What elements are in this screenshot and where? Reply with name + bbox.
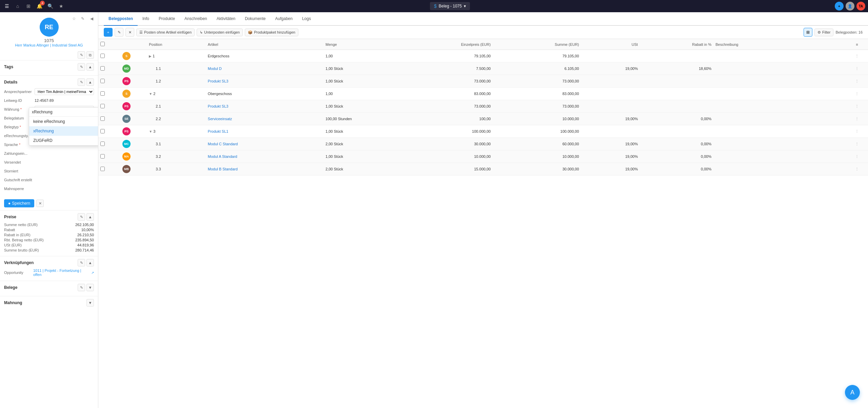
sidebar-edit-button[interactable]: ✎ (79, 15, 86, 22)
produktpaket-button[interactable]: 📦 Produktpaket hinzufügen (245, 29, 298, 36)
row-checkbox[interactable] (100, 154, 105, 159)
artikel-link[interactable]: Produkt SL3 (208, 104, 229, 108)
row-menu-icon[interactable]: ⋮ (855, 67, 859, 71)
user-avatar[interactable]: 👤 (846, 2, 854, 11)
sidebar-copy-btn[interactable]: ⧉ (86, 51, 94, 59)
details-edit-btn[interactable]: ✎ (78, 78, 85, 86)
row-menu[interactable]: ⋮ (846, 138, 868, 150)
tab-aktivitaten[interactable]: Aktivitäten (212, 12, 240, 26)
artikel-link[interactable]: Modul A Standard (208, 154, 237, 159)
row-artikel[interactable]: Serviceeinsatz (206, 113, 323, 125)
row-checkbox[interactable] (100, 66, 105, 71)
row-checkbox[interactable] (100, 167, 105, 171)
dropdown-search-input[interactable] (32, 110, 97, 114)
fab-button[interactable]: A (845, 385, 860, 400)
sidebar-pencil-btn[interactable]: ✎ (78, 51, 85, 59)
row-menu[interactable]: ⋮ (846, 125, 868, 138)
unterposten-button[interactable]: ↳ Unterposten einfügen (197, 29, 243, 36)
tab-produkte[interactable]: Produkte (154, 12, 180, 26)
row-checkbox[interactable] (100, 91, 105, 96)
sidebar-record-link[interactable]: Herr Markus Altinger | Industrial Steel … (15, 43, 83, 47)
tab-belegposten[interactable]: Belegposten (104, 12, 138, 26)
verknupfungen-collapse-btn[interactable]: ▲ (86, 259, 94, 266)
row-menu[interactable]: ⋮ (846, 150, 868, 163)
row-menu-icon[interactable]: ⋮ (855, 54, 859, 58)
row-menu-icon[interactable]: ⋮ (855, 142, 859, 146)
ansprechpartner-select[interactable]: Herr Tim Admin | meineFirma GmbH (35, 88, 94, 95)
add-button[interactable]: + (104, 28, 113, 37)
expand-icon[interactable]: ▶ (149, 54, 152, 58)
beleg-title-bar[interactable]: $ Beleg - 1075 ▾ (430, 2, 470, 10)
menu-icon[interactable]: ☰ (3, 2, 11, 10)
row-checkbox[interactable] (100, 142, 105, 146)
row-menu-icon[interactable]: ⋮ (855, 92, 859, 96)
row-menu[interactable]: ⋮ (846, 113, 868, 125)
row-menu-icon[interactable]: ⋮ (855, 79, 859, 83)
artikel-link[interactable]: Modul D (208, 67, 222, 71)
row-checkbox[interactable] (100, 54, 105, 58)
row-menu-icon[interactable]: ⋮ (855, 104, 859, 108)
save-secondary-btn[interactable]: ✕ (36, 200, 44, 207)
dropdown-item-zugferd[interactable]: ZUGFeRD (29, 136, 98, 145)
row-menu[interactable]: ⋮ (846, 50, 868, 62)
row-checkbox[interactable] (100, 104, 105, 108)
artikel-link[interactable]: Produkt SL1 (208, 129, 229, 133)
artikel-link[interactable]: Modul B Standard (208, 167, 238, 171)
row-menu-icon[interactable]: ⋮ (855, 167, 859, 171)
save-button[interactable]: ● Speichern (4, 199, 34, 207)
tab-logs[interactable]: Logs (297, 12, 316, 26)
row-checkbox[interactable] (100, 116, 105, 121)
sidebar-collapse-button[interactable]: ◀ (88, 15, 95, 22)
select-all-checkbox[interactable] (100, 42, 105, 46)
search-icon[interactable]: 🔍 (46, 2, 54, 10)
delete-button[interactable]: ✕ (125, 28, 134, 37)
belege-collapse-btn[interactable]: ▼ (86, 284, 94, 291)
home-icon[interactable]: ⌂ (14, 2, 22, 10)
tab-dokumente[interactable]: Dokumente (240, 12, 270, 26)
star-icon[interactable]: ★ (57, 2, 65, 10)
row-artikel[interactable]: Modul B Standard (206, 163, 323, 175)
row-artikel[interactable]: Modul A Standard (206, 150, 323, 163)
mahnung-collapse-btn[interactable]: ▼ (86, 299, 94, 307)
row-checkbox[interactable] (100, 79, 105, 83)
view-grid-btn[interactable]: ⊞ (804, 28, 812, 37)
row-menu-icon[interactable]: ⋮ (855, 129, 859, 133)
sidebar-star-button[interactable]: ☆ (70, 15, 78, 22)
add-user-avatar[interactable]: + (835, 2, 844, 11)
row-menu-icon[interactable]: ⋮ (855, 117, 859, 121)
row-checkbox[interactable] (100, 129, 105, 133)
dropdown-item-keine[interactable]: keine eRechnung (29, 117, 98, 126)
row-artikel[interactable]: Produkt SL3 (206, 75, 323, 88)
expand-icon[interactable]: ▼ (149, 130, 152, 133)
row-artikel[interactable]: Modul D (206, 62, 323, 75)
prices-edit-btn[interactable]: ✎ (78, 213, 85, 221)
edit-button[interactable]: ✎ (115, 28, 123, 37)
artikel-link[interactable]: Serviceeinsatz (208, 117, 232, 121)
opportunity-external-icon[interactable]: ↗ (91, 271, 94, 275)
row-menu[interactable]: ⋮ (846, 163, 868, 175)
details-collapse-btn[interactable]: ▲ (86, 78, 94, 86)
row-menu[interactable]: ⋮ (846, 75, 868, 88)
row-artikel[interactable]: Produkt SL1 (206, 125, 323, 138)
row-artikel[interactable]: Produkt SL3 (206, 100, 323, 113)
expand-icon[interactable]: ▼ (149, 92, 152, 96)
grid-icon[interactable]: ⊞ (24, 2, 33, 10)
row-menu[interactable]: ⋮ (846, 88, 868, 100)
user-initials-avatar[interactable]: TA (856, 2, 865, 11)
dropdown-item-xrechnung[interactable]: xRechnung (29, 126, 98, 136)
artikel-link[interactable]: Modul C Standard (208, 142, 238, 146)
posten-ohne-artikel-button[interactable]: ☰ Posten ohne Artikel einfügen (136, 29, 195, 36)
row-artikel[interactable]: Modul C Standard (206, 138, 323, 150)
row-menu[interactable]: ⋮ (846, 100, 868, 113)
tags-edit-btn[interactable]: ✎ (78, 63, 85, 71)
filter-button[interactable]: ⚙ Filter (814, 29, 833, 36)
tab-info[interactable]: Info (138, 12, 154, 26)
tags-collapse-btn[interactable]: ▲ (86, 63, 94, 71)
tab-anschreiben[interactable]: Anschreiben (180, 12, 212, 26)
prices-collapse-btn[interactable]: ▲ (86, 213, 94, 221)
bell-icon[interactable]: 🔔 4 (35, 2, 43, 10)
belege-edit-btn[interactable]: ✎ (78, 284, 85, 291)
row-menu[interactable]: ⋮ (846, 62, 868, 75)
artikel-link[interactable]: Produkt SL3 (208, 79, 229, 83)
tab-aufgaben[interactable]: Aufgaben (271, 12, 297, 26)
